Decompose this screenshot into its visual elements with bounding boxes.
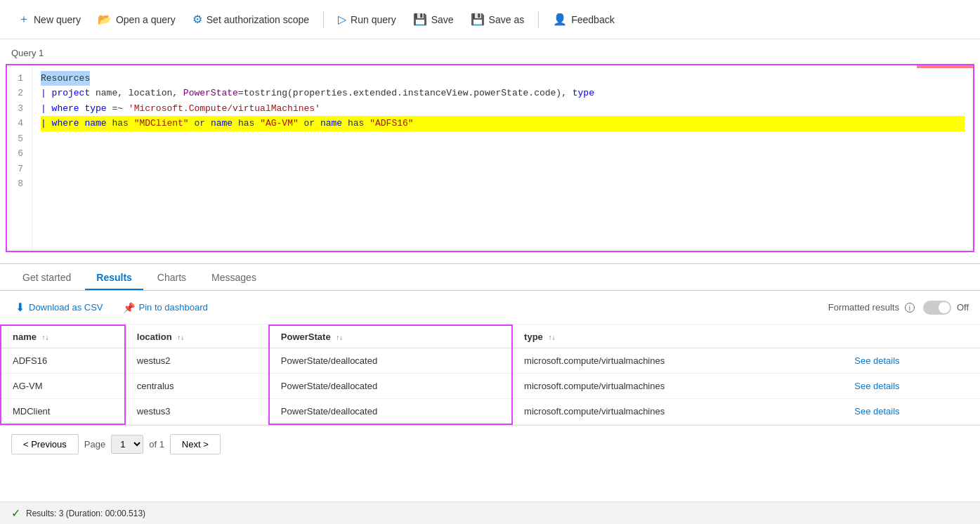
code-line-2: | project name, location, PowerState=tos… bbox=[41, 86, 965, 100]
cell-powerstate: PowerState/deallocated bbox=[269, 374, 512, 399]
cell-name: MDClient bbox=[1, 399, 125, 425]
cell-type: microsoft.compute/virtualmachines bbox=[512, 374, 843, 399]
code-area[interactable]: Resources | project name, location, Powe… bbox=[32, 65, 973, 251]
prev-button[interactable]: < Previous bbox=[11, 434, 79, 454]
sort-arrow-name[interactable]: ↑↓ bbox=[42, 334, 49, 341]
cell-location: westus3 bbox=[125, 399, 269, 425]
divider-1 bbox=[323, 11, 324, 28]
code-line-7 bbox=[41, 162, 965, 176]
toolbar: ＋ New query 📂 Open a query ⚙ Set authori… bbox=[0, 0, 980, 39]
table-row: AG-VMcentralusPowerState/deallocatedmicr… bbox=[1, 374, 980, 399]
save-icon: 💾 bbox=[413, 13, 427, 26]
cell-powerstate: PowerState/deallocated bbox=[269, 348, 512, 374]
cell-location: centralus bbox=[125, 374, 269, 399]
tab-get-started[interactable]: Get started bbox=[11, 266, 82, 290]
editor-border: 1234 5678 Resources | project name, loca… bbox=[6, 64, 974, 252]
col-header-name[interactable]: name ↑↓ bbox=[1, 325, 125, 348]
status-ok-icon: ✓ bbox=[11, 506, 20, 520]
open-query-icon: 📂 bbox=[98, 13, 112, 26]
results-content: ⬇ Download as CSV 📌 Pin to dashboard For… bbox=[0, 291, 980, 524]
new-query-button[interactable]: ＋ New query bbox=[11, 8, 88, 31]
pin-dashboard-button[interactable]: 📌 Pin to dashboard bbox=[119, 299, 212, 316]
download-csv-button[interactable]: ⬇ Download as CSV bbox=[11, 298, 107, 317]
sort-arrow-type[interactable]: ↑↓ bbox=[548, 334, 555, 341]
col-header-actions bbox=[843, 325, 980, 348]
cell-type: microsoft.compute/virtualmachines bbox=[512, 399, 843, 425]
tab-results[interactable]: Results bbox=[85, 266, 143, 290]
code-line-8 bbox=[41, 176, 965, 191]
col-header-type[interactable]: type ↑↓ bbox=[512, 325, 843, 348]
save-as-icon: 💾 bbox=[471, 13, 485, 26]
results-section: Get started Results Charts Messages ⬇ Do… bbox=[0, 264, 980, 524]
page-select[interactable]: 1 bbox=[111, 435, 143, 454]
col-header-powerstate[interactable]: PowerState ↑↓ bbox=[269, 325, 512, 348]
tab-charts[interactable]: Charts bbox=[146, 266, 197, 290]
code-line-3: | where type =~ 'Microsoft.Compute/virtu… bbox=[41, 101, 965, 116]
results-toolbar-right: Formatted results i Off bbox=[828, 301, 969, 315]
editor-indicator bbox=[917, 65, 973, 68]
code-line-1: Resources bbox=[41, 71, 965, 86]
divider-2 bbox=[538, 11, 539, 28]
sort-arrow-powerstate[interactable]: ↑↓ bbox=[336, 334, 343, 341]
sort-arrow-location[interactable]: ↑↓ bbox=[177, 334, 184, 341]
cell-type: microsoft.compute/virtualmachines bbox=[512, 348, 843, 374]
cell-powerstate: PowerState/deallocated bbox=[269, 399, 512, 425]
tab-messages[interactable]: Messages bbox=[200, 266, 268, 290]
code-line-4: | where name has "MDClient" or name has … bbox=[41, 116, 965, 131]
results-toolbar-left: ⬇ Download as CSV 📌 Pin to dashboard bbox=[11, 298, 212, 317]
feedback-icon: 👤 bbox=[553, 13, 567, 26]
formatted-results-info-icon[interactable]: i bbox=[905, 303, 915, 313]
status-text: Results: 3 (Duration: 00:00.513) bbox=[26, 509, 145, 518]
cell-see-details: See details bbox=[843, 399, 980, 425]
line-numbers: 1234 5678 bbox=[7, 65, 32, 251]
table-row: MDClientwestus3PowerState/deallocatedmic… bbox=[1, 399, 980, 425]
cell-see-details: See details bbox=[843, 348, 980, 374]
cell-name: AG-VM bbox=[1, 374, 125, 399]
editor-section: Query 1 1234 5678 Resources | project na… bbox=[0, 39, 980, 264]
data-table: name ↑↓ location ↑↓ PowerState ↑↓ type bbox=[0, 325, 980, 425]
cell-see-details: See details bbox=[843, 374, 980, 399]
results-toolbar: ⬇ Download as CSV 📌 Pin to dashboard For… bbox=[0, 291, 980, 325]
main-area: Query 1 1234 5678 Resources | project na… bbox=[0, 39, 980, 524]
editor-content[interactable]: 1234 5678 Resources | project name, loca… bbox=[7, 65, 973, 251]
next-button[interactable]: Next > bbox=[170, 434, 221, 454]
cell-name: ADFS16 bbox=[1, 348, 125, 374]
of-label: of 1 bbox=[149, 439, 164, 450]
feedback-button[interactable]: 👤 Feedback bbox=[546, 8, 621, 30]
pagination: < Previous Page 1 of 1 Next > bbox=[0, 425, 980, 463]
set-auth-icon: ⚙ bbox=[192, 13, 202, 26]
save-as-button[interactable]: 💾 Save as bbox=[464, 8, 532, 30]
cell-location: westus2 bbox=[125, 348, 269, 374]
see-details-link[interactable]: See details bbox=[854, 406, 899, 417]
new-query-icon: ＋ bbox=[18, 12, 30, 27]
run-query-button[interactable]: ▷ Run query bbox=[331, 8, 403, 30]
run-icon: ▷ bbox=[338, 13, 346, 26]
status-bar: ✓ Results: 3 (Duration: 00:00.513) bbox=[0, 502, 980, 524]
see-details-link[interactable]: See details bbox=[854, 381, 899, 391]
table-header-row: name ↑↓ location ↑↓ PowerState ↑↓ type bbox=[1, 325, 980, 348]
query-title: Query 1 bbox=[0, 45, 980, 64]
save-button[interactable]: 💾 Save bbox=[406, 8, 461, 30]
download-icon: ⬇ bbox=[15, 301, 25, 314]
code-line-6 bbox=[41, 146, 965, 161]
col-header-location[interactable]: location ↑↓ bbox=[125, 325, 269, 348]
table-row: ADFS16westus2PowerState/deallocatedmicro… bbox=[1, 348, 980, 374]
open-query-button[interactable]: 📂 Open a query bbox=[91, 8, 183, 30]
set-auth-button[interactable]: ⚙ Set authorization scope bbox=[185, 8, 316, 30]
page-label: Page bbox=[84, 439, 105, 450]
pin-icon: 📌 bbox=[123, 302, 135, 313]
formatted-results-toggle[interactable] bbox=[923, 301, 951, 315]
see-details-link[interactable]: See details bbox=[854, 355, 899, 366]
code-line-5 bbox=[41, 131, 965, 146]
tabs-bar: Get started Results Charts Messages bbox=[0, 264, 980, 291]
